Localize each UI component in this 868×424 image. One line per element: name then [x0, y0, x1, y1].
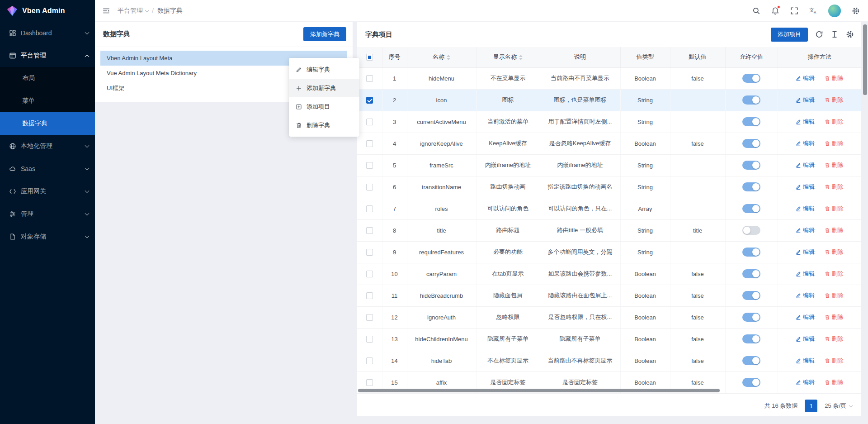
delete-row-button[interactable]: 删除	[825, 335, 844, 343]
allow-null-toggle[interactable]	[742, 334, 760, 343]
pagination-page-1[interactable]: 1	[805, 400, 817, 412]
pencil-icon	[296, 67, 302, 73]
page-size-select[interactable]: 25 条/页	[825, 402, 852, 410]
allow-null-toggle[interactable]	[742, 95, 760, 105]
sidebar-item-gateway[interactable]: 应用网关	[0, 180, 95, 203]
allow-null-toggle[interactable]	[742, 291, 760, 300]
allow-null-toggle[interactable]	[742, 161, 760, 170]
delete-row-button[interactable]: 删除	[825, 226, 844, 234]
allow-null-toggle[interactable]	[742, 74, 760, 83]
allow-null-toggle[interactable]	[742, 182, 760, 191]
row-checkbox[interactable]	[366, 227, 373, 234]
edit-row-button[interactable]: 编辑	[796, 335, 815, 343]
delete-row-button[interactable]: 删除	[825, 378, 844, 386]
add-dictionary-button[interactable]: 添加新字典	[303, 27, 346, 41]
sidebar-item-localization[interactable]: 本地化管理	[0, 135, 95, 157]
sidebar-item-management[interactable]: 管理	[0, 203, 95, 225]
delete-row-button[interactable]: 删除	[825, 291, 844, 300]
allow-null-toggle[interactable]	[742, 226, 760, 235]
edit-row-button[interactable]: 编辑	[796, 74, 815, 82]
row-checkbox[interactable]	[366, 357, 373, 364]
edit-row-button[interactable]: 编辑	[796, 270, 815, 278]
delete-row-button[interactable]: 删除	[825, 205, 844, 213]
allow-null-toggle[interactable]	[742, 313, 760, 322]
edit-row-button[interactable]: 编辑	[796, 248, 815, 256]
row-height-icon[interactable]	[830, 30, 839, 38]
fullscreen-icon[interactable]	[790, 7, 798, 15]
row-checkbox[interactable]	[366, 249, 373, 256]
user-avatar[interactable]	[828, 5, 841, 17]
edit-row-button[interactable]: 编辑	[796, 226, 815, 234]
row-checkbox[interactable]	[366, 336, 373, 343]
sidebar-item-layout[interactable]: 布局	[0, 67, 95, 90]
vertical-scrollbar-thumb[interactable]	[863, 24, 867, 95]
row-checkbox[interactable]	[366, 162, 373, 169]
delete-row-button[interactable]: 删除	[825, 183, 844, 191]
edit-row-button[interactable]: 编辑	[796, 139, 815, 148]
context-menu-add-dictionary[interactable]: 添加新字典	[289, 79, 359, 97]
allow-null-toggle[interactable]	[742, 248, 760, 257]
sidebar-item-dashboard[interactable]: Dashboard	[0, 22, 95, 44]
app-logo[interactable]: Vben Admin	[0, 0, 95, 22]
sidebar-item-data-dictionary[interactable]: 数据字典	[0, 112, 95, 135]
sidebar-item-object-storage[interactable]: 对象存储	[0, 225, 95, 248]
delete-row-button[interactable]: 删除	[825, 357, 844, 365]
context-menu-delete-dictionary[interactable]: 删除字典	[289, 116, 359, 134]
edit-row-button[interactable]: 编辑	[796, 357, 815, 365]
delete-row-button[interactable]: 删除	[825, 161, 844, 169]
allow-null-toggle[interactable]	[742, 204, 760, 213]
chevron-down-icon	[85, 30, 90, 35]
row-checkbox[interactable]	[366, 140, 373, 147]
notification-bell-icon[interactable]	[771, 7, 779, 15]
edit-row-button[interactable]: 编辑	[796, 291, 815, 300]
sort-icons[interactable]	[447, 55, 450, 60]
edit-row-button[interactable]: 编辑	[796, 161, 815, 169]
horizontal-scrollbar-thumb[interactable]	[358, 389, 720, 392]
allow-null-toggle[interactable]	[742, 356, 760, 365]
delete-row-button[interactable]: 删除	[825, 248, 844, 256]
edit-row-button[interactable]: 编辑	[796, 205, 815, 213]
row-checkbox[interactable]	[366, 379, 373, 386]
edit-row-button[interactable]: 编辑	[796, 313, 815, 321]
row-checkbox[interactable]	[366, 97, 373, 104]
allow-null-toggle[interactable]	[742, 269, 760, 278]
row-checkbox[interactable]	[366, 119, 373, 125]
breadcrumb-section[interactable]: 平台管理	[118, 7, 148, 15]
delete-row-button[interactable]: 删除	[825, 270, 844, 278]
allow-null-toggle[interactable]	[742, 117, 760, 126]
sidebar-item-platform[interactable]: 平台管理	[0, 44, 95, 67]
edit-row-button[interactable]: 编辑	[796, 118, 815, 126]
delete-row-button[interactable]: 删除	[825, 74, 844, 82]
row-checkbox[interactable]	[366, 205, 373, 212]
sidebar-collapse-icon[interactable]	[102, 7, 110, 15]
edit-row-button[interactable]: 编辑	[796, 378, 815, 386]
delete-row-button[interactable]: 删除	[825, 118, 844, 126]
edit-row-button[interactable]: 编辑	[796, 183, 815, 191]
sort-icons[interactable]	[519, 55, 523, 60]
breadcrumb-current[interactable]: 数据字典	[157, 7, 183, 15]
delete-row-button[interactable]: 删除	[825, 96, 844, 104]
allow-null-toggle[interactable]	[742, 378, 760, 387]
row-checkbox[interactable]	[366, 314, 373, 321]
col-name[interactable]: 名称	[407, 47, 476, 67]
allow-null-toggle[interactable]	[742, 139, 760, 148]
delete-row-button[interactable]: 删除	[825, 139, 844, 148]
row-checkbox[interactable]	[366, 292, 373, 299]
row-checkbox[interactable]	[366, 271, 373, 277]
context-menu-add-item[interactable]: 添加项目	[289, 97, 359, 116]
row-checkbox[interactable]	[366, 75, 373, 82]
refresh-icon[interactable]	[815, 30, 823, 38]
delete-row-button[interactable]: 删除	[825, 313, 844, 321]
language-icon[interactable]: 文A	[809, 7, 817, 15]
search-icon[interactable]	[752, 7, 760, 15]
context-menu-edit-dictionary[interactable]: 编辑字典	[289, 60, 359, 79]
sidebar-item-saas[interactable]: Saas	[0, 157, 95, 180]
row-checkbox[interactable]	[366, 184, 373, 191]
col-display-name[interactable]: 显示名称	[476, 47, 540, 67]
select-all-checkbox[interactable]	[366, 54, 373, 61]
table-settings-gear-icon[interactable]	[846, 30, 854, 38]
edit-row-button[interactable]: 编辑	[796, 96, 815, 104]
settings-gear-icon[interactable]	[852, 7, 860, 15]
sidebar-item-menu[interactable]: 菜单	[0, 90, 95, 112]
add-item-button[interactable]: 添加项目	[771, 28, 808, 42]
